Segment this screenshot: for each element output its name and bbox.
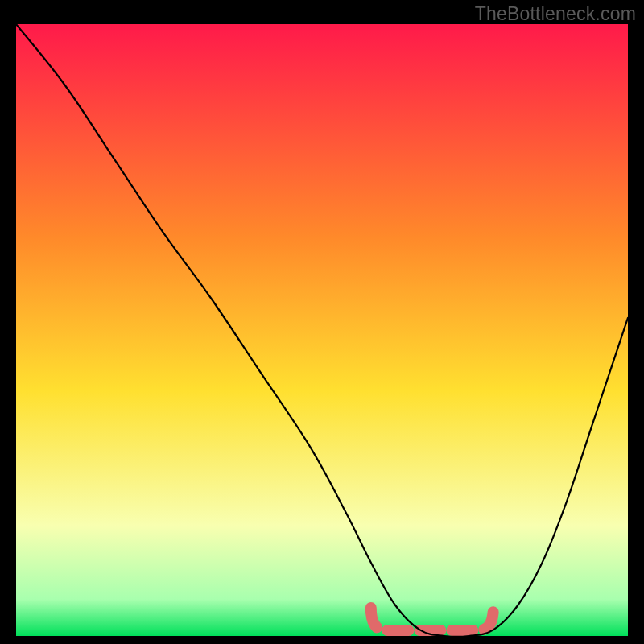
gradient-background bbox=[16, 24, 628, 636]
watermark-text: TheBottleneck.com bbox=[475, 3, 636, 25]
chart-canvas bbox=[16, 24, 628, 636]
chart-frame: TheBottleneck.com bbox=[0, 0, 644, 644]
plot-area bbox=[16, 24, 628, 636]
